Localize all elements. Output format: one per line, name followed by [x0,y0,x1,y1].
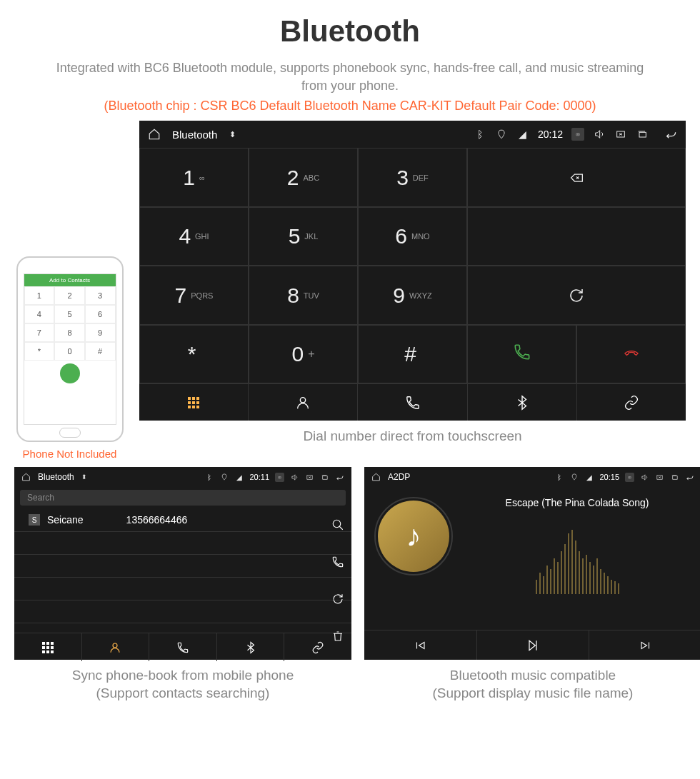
key-hash[interactable]: # [358,325,467,384]
key-3[interactable]: 3DEF [358,148,467,207]
key-star[interactable]: * [139,325,249,384]
contact-row[interactable]: S Seicane 13566664466 [14,508,351,532]
svg-point-9 [333,520,341,528]
close-icon[interactable] [305,473,314,482]
svg-point-1 [577,134,579,136]
bluetooth-specs: (Bluetooth chip : CSR BC6 Default Blueto… [14,99,686,114]
music-note-icon: ♪ [406,519,421,553]
search-input[interactable]: Search [20,490,346,506]
contacts-caption: Sync phone-book from mobile phone (Suppo… [14,667,351,702]
wifi-icon: ◢ [584,473,594,482]
key-1[interactable]: 1∞ [139,148,249,207]
end-call-button[interactable] [576,325,686,384]
key-0[interactable]: 0+ [249,325,358,384]
previous-button[interactable] [364,630,477,660]
tab-bluetooth[interactable] [468,384,577,421]
recent-icon[interactable] [670,473,679,482]
empty-key [467,207,686,266]
play-pause-button[interactable] [477,630,590,660]
music-screen: A2DP ᛒ ◢ 20:15 ♪ [364,467,700,660]
backspace-button[interactable] [467,148,686,207]
album-art: ♪ [374,497,453,576]
back-icon[interactable] [664,128,677,141]
contact-badge: S [29,514,40,526]
svg-rect-0 [576,134,580,136]
svg-point-6 [279,477,280,478]
tab-recent[interactable] [149,633,217,661]
call-icon[interactable] [331,556,344,571]
key-6[interactable]: 6MNO [358,207,467,266]
statusbar: Bluetooth ⬍ ᛒ ◢ 20:11 [14,467,351,487]
volume-icon[interactable] [290,473,299,482]
svg-rect-14 [673,476,677,479]
statusbar: A2DP ᛒ ◢ 20:15 [364,467,700,487]
next-button[interactable] [589,630,700,660]
contacts-screen: Bluetooth ⬍ ᛒ ◢ 20:11 Sear [14,467,351,660]
tab-bluetooth[interactable] [217,633,285,661]
camera-icon[interactable] [275,473,284,482]
recent-icon[interactable] [636,128,649,141]
contact-name: Seicane [47,514,84,526]
tab-contacts[interactable] [82,633,150,661]
volume-icon[interactable] [640,473,649,482]
tab-dialpad[interactable] [139,384,249,421]
close-icon[interactable] [655,473,664,482]
key-2[interactable]: 2ABC [249,148,358,207]
key-8[interactable]: 8TUV [249,266,358,325]
screen-title: Bluetooth [38,472,74,482]
location-icon [569,473,579,482]
location-icon [219,473,229,482]
bluetooth-icon: ᛒ [554,473,564,482]
home-icon[interactable] [371,473,381,482]
page-title: Bluetooth [14,14,686,49]
svg-rect-3 [639,133,646,138]
camera-icon[interactable] [625,473,634,482]
back-icon[interactable] [335,473,344,482]
clock: 20:12 [538,129,563,140]
back-icon[interactable] [685,473,694,482]
wifi-icon: ◢ [516,128,529,141]
camera-icon[interactable] [571,128,584,141]
key-9[interactable]: 9WXYZ [358,266,467,325]
search-icon[interactable] [331,518,344,534]
bluetooth-icon: ᛒ [204,473,214,482]
svg-rect-5 [279,476,281,478]
wifi-icon: ◢ [234,473,244,482]
svg-point-10 [113,643,117,648]
dialer-screen: Bluetooth ⬍ ᛒ ◢ 20:12 1∞ [139,121,686,421]
tab-contacts[interactable] [249,384,358,421]
screen-title: A2DP [388,472,410,482]
visualizer [463,523,691,594]
svg-rect-8 [323,476,327,479]
call-button[interactable] [467,325,576,384]
statusbar: Bluetooth ⬍ ᛒ ◢ 20:12 [139,121,686,148]
screen-title: Bluetooth [172,129,217,141]
home-icon[interactable] [148,128,161,141]
page-subtitle: Integrated with BC6 Bluetooth module, su… [14,59,686,95]
recent-icon[interactable] [320,473,329,482]
redial-button[interactable] [467,266,686,325]
refresh-icon[interactable] [331,593,344,608]
key-4[interactable]: 4GHI [139,207,249,266]
svg-point-4 [301,398,306,403]
contact-number: 13566664466 [126,514,188,526]
tab-link[interactable] [577,384,686,421]
phone-caption: Phone Not Included [14,448,125,460]
music-caption: Bluetooth music compatible (Support disp… [364,667,700,702]
tab-recent[interactable] [358,384,467,421]
key-5[interactable]: 5JKL [249,207,358,266]
tab-dialpad[interactable] [14,633,82,661]
song-title: Escape (The Pina Colada Song) [463,497,691,508]
home-icon[interactable] [21,473,31,482]
close-icon[interactable] [614,128,627,141]
key-7[interactable]: 7PQRS [139,266,249,325]
volume-icon[interactable] [593,128,606,141]
clock: 20:15 [599,473,619,481]
phone-mock-header: Add to Contacts [24,274,116,286]
delete-icon[interactable] [331,630,344,645]
svg-point-12 [629,477,630,478]
clock: 20:11 [249,473,269,481]
dialer-caption: Dial number direct from touchscreen [139,428,686,446]
svg-rect-11 [629,476,631,478]
usb-icon: ⬍ [80,473,89,482]
